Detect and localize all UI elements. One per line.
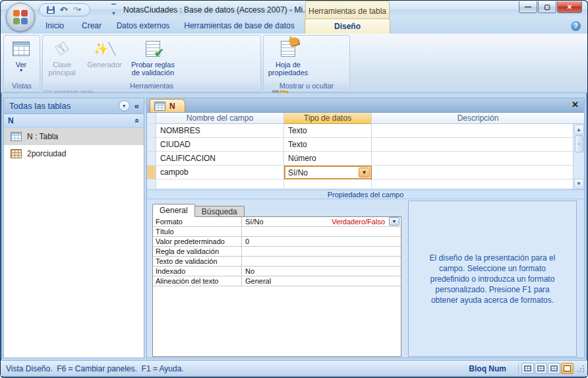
field-desc-cell[interactable]: [372, 124, 584, 138]
workspace: Todas las tablas ▾ « N « N : Tabla 2porc…: [2, 93, 586, 360]
nav-pane-menu-button[interactable]: ▾: [119, 100, 130, 111]
tab-busqueda[interactable]: Búsqueda: [195, 206, 245, 217]
nav-pane-header[interactable]: Todas las tablas ▾ «: [4, 98, 144, 114]
row-selector[interactable]: [147, 124, 156, 138]
field-name-cell[interactable]: NOMBRES: [156, 124, 284, 138]
customize-qat-button[interactable]: ▔▾: [111, 5, 116, 16]
prop-value-regla[interactable]: [242, 247, 401, 256]
maximize-button[interactable]: ▢: [538, 1, 556, 13]
field-desc-cell[interactable]: [372, 166, 584, 179]
document-tabbar: N ✕: [147, 98, 584, 113]
design-view-button[interactable]: [561, 363, 573, 374]
field-type-cell[interactable]: Número: [284, 152, 372, 166]
row-selector[interactable]: [147, 113, 156, 124]
group-herramientas: ⚿ Clave principal ✨╲ Generador ✔ Probar …: [42, 35, 261, 92]
redo-button[interactable]: ↷▾: [71, 5, 83, 15]
nav-item-2porciudad[interactable]: 2porciudad: [4, 145, 144, 162]
field-type-cell[interactable]: Texto: [284, 124, 372, 138]
field-row-ciudad: CIUDAD Texto: [147, 138, 584, 152]
ver-button[interactable]: Ver ▾: [4, 36, 38, 80]
group-vistas: Ver ▾ Vistas: [3, 35, 40, 92]
prop-value-texto[interactable]: [242, 257, 401, 266]
design-view-icon: [564, 365, 571, 371]
prop-value-titulo[interactable]: [242, 227, 401, 236]
row-selector[interactable]: [147, 179, 156, 189]
office-button[interactable]: [6, 3, 35, 32]
shutter-bar-button[interactable]: «: [132, 101, 141, 111]
check-icon: ✔: [154, 47, 164, 59]
nav-group-header[interactable]: N «: [4, 114, 144, 128]
clave-principal-button[interactable]: ⚿ Clave principal: [43, 36, 81, 80]
prop-row-indexado: Indexado No: [153, 267, 401, 276]
vertical-scrollbar[interactable]: ▲ ≡ ▼: [573, 124, 584, 189]
row-selector-active[interactable]: [147, 166, 156, 179]
col-header-tipo[interactable]: Tipo de datos: [284, 113, 372, 124]
tab-inicio[interactable]: Inicio: [38, 18, 72, 34]
nav-pane-title: Todas las tablas: [9, 101, 119, 111]
prop-row-texto-validacion: Texto de validación: [153, 257, 401, 267]
navigation-pane: Todas las tablas ▾ « N « N : Tabla 2porc…: [3, 98, 144, 358]
col-header-descripcion[interactable]: Descripción: [372, 113, 584, 124]
office-logo-icon: [13, 10, 28, 24]
nav-group-label: N: [8, 116, 135, 125]
col-header-nombre[interactable]: Nombre del campo: [156, 113, 284, 124]
divider: [518, 363, 519, 374]
prop-row-valor-predeterminado: Valor predeterminado 0: [153, 237, 401, 247]
prop-row-alineacion: Alineación del texto General: [153, 276, 401, 286]
type-dropdown-button[interactable]: ▼: [359, 168, 370, 177]
field-desc-cell[interactable]: [372, 152, 584, 166]
save-button[interactable]: [45, 5, 57, 15]
tab-diseno[interactable]: Diseño: [305, 18, 390, 34]
prop-row-regla-validacion: Regla de validación: [153, 247, 401, 257]
collapse-group-icon[interactable]: «: [133, 119, 142, 123]
scroll-down-icon[interactable]: ▼: [574, 179, 584, 189]
pivotchart-view-button[interactable]: [548, 363, 560, 374]
scrollbar-thumb[interactable]: ≡: [575, 135, 583, 152]
hoja-propiedades-button[interactable]: Hoja de propiedades: [264, 36, 312, 80]
prop-value-alineacion[interactable]: General: [242, 276, 401, 286]
field-name-cell[interactable]: campob: [156, 166, 284, 179]
tab-crear[interactable]: Crear: [74, 18, 109, 34]
document-area: N ✕ Nombre del campo Tipo de datos Descr…: [146, 98, 585, 358]
contextual-tab-group: Herramientas de tabla: [305, 1, 390, 19]
hand-icon: [289, 36, 300, 46]
minimize-button[interactable]: —: [519, 1, 537, 13]
tab-datos-externos[interactable]: Datos externos: [111, 18, 175, 34]
tab-general[interactable]: General: [152, 204, 195, 217]
group-label-herramientas: Herramientas: [44, 81, 260, 90]
format-dropdown-button[interactable]: ▼: [389, 217, 399, 226]
field-row-campob: campob Sí/No ▼: [147, 166, 584, 179]
field-desc-cell[interactable]: [372, 179, 584, 189]
pivottable-view-button[interactable]: [535, 363, 547, 374]
undo-button[interactable]: ↶▾: [58, 5, 70, 15]
row-selector[interactable]: [147, 152, 156, 166]
document-tab-n[interactable]: N: [150, 99, 185, 112]
resize-grip[interactable]: [576, 364, 585, 373]
close-button[interactable]: ✕: [557, 1, 582, 13]
field-type-cell[interactable]: Texto: [284, 138, 372, 152]
scroll-up-icon[interactable]: ▲: [574, 125, 584, 135]
field-name-cell[interactable]: CALIFICACION: [156, 152, 284, 166]
row-selector[interactable]: [147, 138, 156, 152]
ribbon-tabstrip: Inicio Crear Datos externos Herramientas…: [1, 18, 587, 34]
generador-button[interactable]: ✨╲ Generador: [84, 36, 125, 80]
prop-value-formato[interactable]: Sí/No Verdadero/Falso ▼: [242, 217, 401, 226]
nav-item-n-tabla[interactable]: N : Tabla: [4, 128, 144, 145]
field-name-cell[interactable]: [156, 179, 284, 189]
prop-value-valor[interactable]: 0: [242, 237, 401, 246]
query-icon: [11, 149, 22, 158]
prop-row-formato: Formato Sí/No Verdadero/Falso ▼: [153, 217, 401, 227]
field-type-cell-active[interactable]: Sí/No ▼: [284, 166, 372, 179]
field-desc-cell[interactable]: [372, 138, 584, 152]
probar-reglas-button[interactable]: ✔ Probar reglas de validación: [128, 36, 178, 80]
close-document-icon[interactable]: ✕: [572, 100, 579, 109]
title-bar: ↶▾ ↷▾ ▔▾ NotasCiudades : Base de datos (…: [1, 1, 587, 19]
field-type-cell[interactable]: [284, 179, 372, 189]
prop-value-indexado[interactable]: No: [242, 267, 401, 276]
field-name-cell[interactable]: CIUDAD: [156, 138, 284, 152]
datasheet-view-button[interactable]: [521, 363, 534, 374]
group-label-mostrar-ocultar: Mostrar u ocultar: [264, 81, 349, 90]
tab-herramientas-bd[interactable]: Herramientas de base de datos: [177, 18, 301, 34]
help-button[interactable]: ?: [571, 21, 581, 31]
grid-header-row: Nombre del campo Tipo de datos Descripci…: [147, 113, 584, 124]
